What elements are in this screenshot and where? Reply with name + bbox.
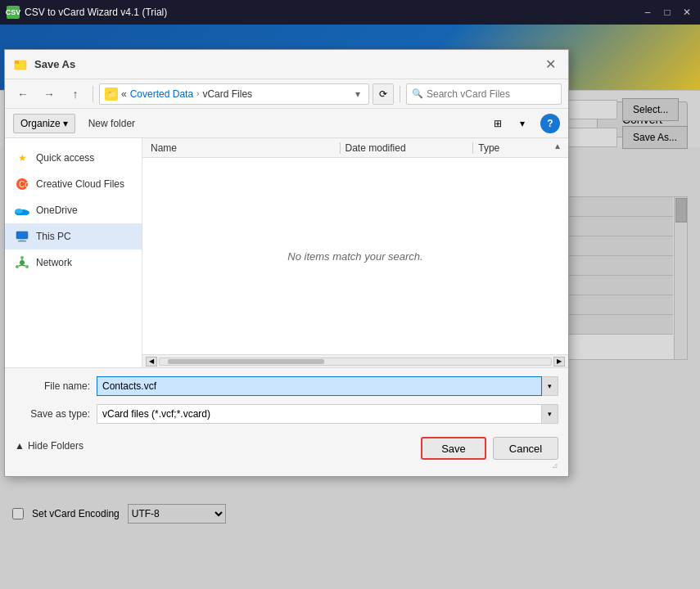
sidebar-item-creative[interactable]: Cc Creative Cloud Files	[5, 171, 142, 197]
toolbar-divider	[93, 86, 93, 102]
dialog-title-icon	[13, 57, 28, 72]
path-arrow: ›	[196, 89, 199, 98]
col-header-name[interactable]: Name	[151, 142, 335, 154]
path-bar[interactable]: 📁 « Coverted Data › vCard Files ▾	[99, 83, 369, 105]
filetype-row: Save as type: vCard files (*.vcf;*.vcard…	[15, 402, 558, 425]
dialog-overlay: Save As ✕ ← → ↑	[0, 25, 700, 589]
dialog-body: ★ Quick access Cc Creative Cloud Files	[5, 138, 568, 367]
svg-rect-6	[16, 232, 28, 239]
view-controls: ⊞ ▾	[486, 114, 534, 133]
sidebar-label-quickaccess: Quick access	[36, 152, 94, 164]
svg-point-9	[20, 260, 25, 265]
dialog-title: Save As	[34, 58, 540, 70]
refresh-button[interactable]: ⟳	[373, 83, 394, 105]
svg-point-11	[16, 265, 19, 268]
sidebar-item-quickaccess[interactable]: ★ Quick access	[5, 145, 142, 171]
creative-icon: Cc	[15, 177, 29, 191]
sidebar-item-network[interactable]: Network	[5, 250, 142, 276]
sidebar-item-onedrive[interactable]: OneDrive	[5, 197, 142, 223]
col-header-type[interactable]: Type	[478, 142, 560, 154]
dialog-sidebar: ★ Quick access Cc Creative Cloud Files	[5, 138, 142, 367]
scroll-left-button[interactable]: ◀	[146, 357, 157, 366]
hide-folders-label: Hide Folders	[28, 440, 84, 452]
svg-point-10	[20, 256, 24, 259]
refresh-icon: ⟳	[379, 88, 387, 100]
view-dropdown-arrow: ▾	[520, 118, 525, 129]
app-content: Select... Save As...	[0, 25, 700, 589]
new-folder-button[interactable]: New folder	[82, 114, 142, 133]
save-button[interactable]: Save	[421, 437, 486, 460]
window-controls: – □ ✕	[641, 6, 693, 19]
save-as-dialog: Save As ✕ ← → ↑	[4, 49, 569, 477]
svg-line-14	[19, 265, 22, 266]
sidebar-label-network: Network	[36, 257, 72, 268]
filename-dropdown-button[interactable]: ▾	[542, 376, 558, 396]
path-dropdown-button[interactable]: ▾	[352, 88, 364, 100]
forward-icon: →	[43, 88, 55, 101]
dialog-footer: File name: ▾ Save as type: vCard files (…	[5, 367, 568, 476]
svg-line-15	[22, 265, 25, 266]
filetype-label: Save as type:	[15, 408, 97, 420]
organize-arrow-icon: ▾	[63, 118, 68, 129]
help-button[interactable]: ?	[540, 114, 560, 133]
view-grid-icon: ⊞	[494, 118, 502, 129]
scroll-thumb[interactable]	[168, 359, 324, 364]
dialog-toolbar2: Organize ▾ New folder ⊞ ▾ ?	[5, 109, 568, 138]
path-part2: vCard Files	[202, 88, 252, 100]
empty-message: No items match your search.	[142, 158, 568, 354]
footer-actions: Save Cancel	[421, 437, 558, 460]
scroll-track[interactable]	[159, 357, 552, 366]
filetype-dropdown-button[interactable]: ▾	[542, 404, 558, 424]
column-separator	[340, 142, 341, 154]
sidebar-label-creative: Creative Cloud Files	[36, 178, 124, 190]
close-button[interactable]: ✕	[680, 6, 693, 19]
sort-arrow-icon[interactable]: ▲	[553, 142, 562, 151]
column-headers: ▲ Name Date modified Type	[142, 138, 568, 158]
column-separator2	[472, 142, 473, 154]
app-title: CSV to vCard Wizard v4.1 (Trial)	[25, 7, 641, 18]
path-folder-icon: 📁	[105, 88, 118, 101]
back-button[interactable]: ←	[11, 83, 34, 105]
search-input[interactable]	[427, 88, 556, 100]
dialog-toolbar: ← → ↑ 📁 « Coverted Data	[5, 79, 568, 109]
dialog-close-button[interactable]: ✕	[540, 55, 560, 74]
hide-folders-row: ▲ Hide Folders	[15, 435, 84, 455]
resize-handle: ⊿	[15, 461, 558, 470]
forward-button[interactable]: →	[38, 83, 61, 105]
onedrive-icon	[15, 203, 29, 218]
network-icon	[15, 255, 29, 270]
sidebar-item-thispc[interactable]: This PC	[5, 223, 142, 250]
filename-input[interactable]	[97, 376, 542, 396]
up-icon: ↑	[73, 88, 79, 101]
sidebar-label-thispc: This PC	[36, 231, 71, 242]
file-list-area: ▲ Name Date modified Type No items match…	[142, 138, 568, 367]
svg-text:Cc: Cc	[19, 180, 29, 189]
cancel-button[interactable]: Cancel	[493, 437, 558, 460]
dialog-titlebar: Save As ✕	[5, 50, 568, 79]
title-bar: CSV CSV to vCard Wizard v4.1 (Trial) – □…	[0, 0, 700, 25]
scroll-right-button[interactable]: ▶	[553, 357, 565, 366]
svg-rect-7	[20, 239, 25, 241]
path-part1[interactable]: Coverted Data	[130, 88, 193, 100]
filetype-select[interactable]: vCard files (*.vcf;*.vcard)	[97, 404, 542, 424]
organize-label: Organize	[20, 118, 61, 129]
back-icon: ←	[17, 88, 29, 101]
view-toggle-button[interactable]: ⊞	[486, 114, 509, 133]
minimize-button[interactable]: –	[641, 6, 654, 19]
search-icon: 🔍	[412, 88, 423, 99]
up-button[interactable]: ↑	[64, 83, 87, 105]
horizontal-scrollbar[interactable]: ◀ ▶	[142, 354, 568, 367]
col-header-modified[interactable]: Date modified	[345, 142, 468, 154]
svg-rect-1	[15, 61, 19, 64]
path-prefix: «	[121, 88, 127, 100]
filename-label: File name:	[15, 380, 97, 392]
maximize-button[interactable]: □	[661, 6, 674, 19]
hide-folders-arrow: ▲	[15, 440, 25, 452]
thispc-icon	[15, 229, 29, 244]
view-dropdown-button[interactable]: ▾	[511, 114, 534, 133]
hide-folders-button[interactable]: ▲ Hide Folders	[15, 440, 84, 452]
toolbar-divider2	[400, 86, 400, 102]
sidebar-label-onedrive: OneDrive	[36, 205, 78, 216]
search-bar[interactable]: 🔍	[406, 83, 562, 105]
organize-button[interactable]: Organize ▾	[13, 114, 75, 133]
